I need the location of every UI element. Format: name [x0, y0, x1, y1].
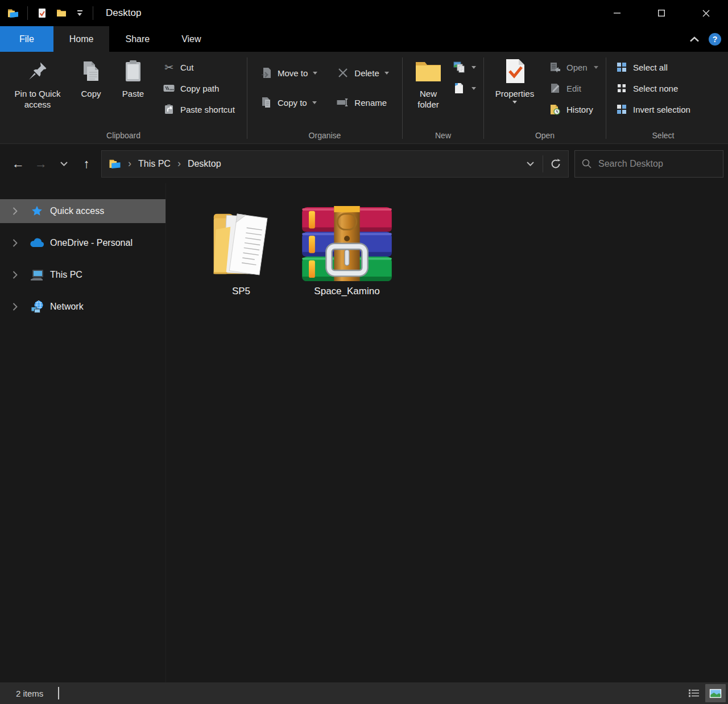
navigation-bar: ← → ↑ › This PC › Desktop [0, 144, 728, 183]
recent-locations-button[interactable] [52, 153, 75, 175]
chevron-down-icon [594, 66, 598, 69]
copy-pages-icon [80, 60, 102, 83]
select-all-button[interactable]: Select all [613, 59, 695, 76]
refresh-button[interactable] [543, 151, 568, 177]
paste-icon [123, 56, 143, 86]
window-controls [595, 0, 728, 26]
move-to-icon [260, 67, 272, 79]
network-icon [30, 300, 44, 314]
paste-shortcut-label: Paste shortcut [180, 105, 235, 114]
ribbon-group-new: New folder [403, 52, 483, 143]
copy-button[interactable]: Copy [71, 54, 111, 100]
rename-button[interactable]: Rename [333, 93, 392, 112]
chevron-right-icon[interactable] [7, 207, 23, 215]
search-box[interactable] [574, 150, 723, 178]
copy-path-button[interactable]: Copy path [160, 80, 239, 97]
breadcrumb-desktop[interactable]: Desktop [183, 151, 226, 177]
item-count: 2 items [16, 689, 43, 698]
search-icon [582, 159, 592, 168]
up-button[interactable]: ↑ [75, 153, 98, 175]
this-pc-icon [30, 269, 44, 281]
forward-button[interactable]: → [30, 153, 52, 175]
sidebar-item-network[interactable]: Network [0, 295, 166, 319]
new-item-button[interactable] [450, 59, 481, 76]
properties-label: Properties [495, 88, 534, 99]
collapse-ribbon-button[interactable] [689, 34, 700, 44]
document-icon [454, 83, 464, 94]
file-explorer-window: Desktop File Home Share View ? [0, 0, 728, 704]
address-bar[interactable]: › This PC › Desktop [101, 150, 569, 178]
move-to-label: Move to [278, 68, 308, 78]
close-button[interactable] [684, 0, 728, 26]
paste-button[interactable]: Paste [111, 54, 155, 100]
stacked-documents-photo-icon [453, 61, 465, 73]
chevron-down-icon [77, 13, 82, 16]
pushpin-icon [26, 60, 49, 83]
pin-to-quick-access-button[interactable]: Pin to Quick access [5, 54, 71, 111]
explorer-app-icon[interactable] [6, 5, 20, 22]
file-list: SP5 [166, 183, 728, 682]
new-buttons: New folder [403, 52, 483, 130]
open-button[interactable]: Open [547, 59, 603, 76]
rar-books-icon [302, 206, 392, 281]
qat-new-folder-button[interactable] [54, 5, 69, 22]
properties-button[interactable]: Properties [489, 54, 541, 105]
file-item-sp5[interactable]: SP5 [192, 199, 290, 300]
edit-button[interactable]: Edit [547, 80, 603, 97]
sidebar-item-onedrive[interactable]: OneDrive - Personal [0, 231, 166, 255]
address-dropdown-button[interactable] [518, 151, 543, 177]
tab-home[interactable]: Home [53, 26, 110, 52]
list-window-icon [550, 62, 560, 72]
new-item-icon [453, 61, 465, 73]
chevron-right-icon[interactable] [7, 239, 23, 247]
cut-button[interactable]: ✂ Cut [160, 59, 239, 76]
invert-selection-button[interactable]: Invert selection [613, 101, 695, 118]
window-title: Desktop [106, 7, 141, 19]
close-icon [702, 10, 710, 17]
forward-icon: → [35, 157, 47, 171]
file-item-label: SP5 [232, 286, 250, 297]
delete-button[interactable]: Delete [333, 63, 392, 83]
scissors-icon: ✂ [163, 61, 175, 73]
copy-to-button[interactable]: Copy to [257, 93, 321, 112]
history-label: History [566, 105, 593, 114]
history-button[interactable]: History [547, 101, 603, 118]
paste-shortcut-button[interactable]: Paste shortcut [160, 101, 239, 118]
copy-icon [80, 56, 102, 86]
new-folder-button[interactable]: New folder [407, 54, 449, 111]
chevron-down-icon [527, 162, 534, 166]
back-button[interactable]: ← [7, 153, 30, 175]
search-input[interactable] [598, 159, 716, 169]
four-squares-white-icon [617, 84, 626, 93]
maximize-button[interactable] [639, 0, 684, 26]
large-icons-view-button[interactable] [705, 684, 726, 702]
select-none-button[interactable]: Select none [613, 80, 695, 97]
tab-view[interactable]: View [166, 26, 217, 52]
qat-customize-button[interactable] [73, 5, 86, 22]
easy-access-button[interactable] [450, 80, 481, 97]
clipboard-arrow-icon [164, 104, 173, 114]
open-small-buttons: Open Edit [547, 54, 603, 118]
breadcrumb-this-pc[interactable]: This PC [134, 151, 175, 177]
ribbon-group-organise: Move to Delete [247, 52, 402, 143]
tab-share[interactable]: Share [109, 26, 166, 52]
paste-label: Paste [122, 88, 144, 99]
history-icon [549, 104, 561, 115]
winrar-archive-icon [302, 201, 392, 281]
sidebar-item-quick-access[interactable]: Quick access [0, 199, 166, 223]
move-to-button[interactable]: Move to [257, 63, 321, 83]
details-view-button[interactable] [684, 684, 704, 702]
chevron-right-glyph [13, 271, 18, 279]
qat-properties-button[interactable] [35, 5, 49, 22]
sidebar-item-this-pc[interactable]: This PC [0, 263, 166, 287]
chevron-right-icon[interactable] [7, 303, 23, 311]
copy-path-icon [163, 84, 175, 92]
ribbon-group-open: Properties Open [484, 52, 606, 143]
copy-path-label: Copy path [180, 84, 219, 93]
file-item-space-kamino[interactable]: Space_Kamino [298, 199, 396, 300]
tab-file[interactable]: File [0, 26, 53, 52]
minimize-button[interactable] [595, 0, 639, 26]
chevron-down-icon [512, 101, 517, 104]
chevron-right-icon[interactable] [7, 271, 23, 279]
help-button[interactable]: ? [709, 33, 721, 46]
